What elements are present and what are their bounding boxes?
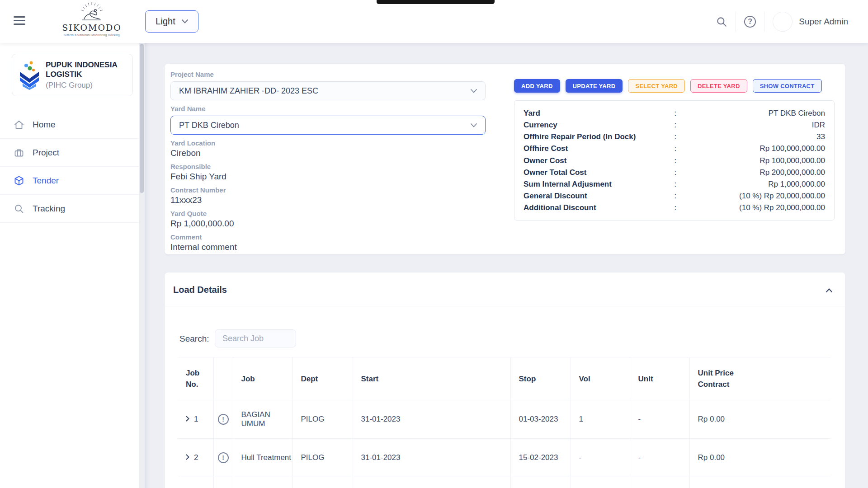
user-avatar[interactable] bbox=[773, 12, 793, 32]
yard-form-card: Project Name KM IBRAHIM ZAHIER -DD- 2023… bbox=[165, 64, 845, 254]
summary-label: Currency bbox=[524, 119, 675, 131]
sidebar-scrollbar[interactable] bbox=[139, 43, 145, 488]
summary-label: Owner Total Cost bbox=[524, 167, 675, 178]
sidebar-item-label: Home bbox=[33, 120, 56, 130]
jobs-table: Job No. Job Dept Start Stop Vol Unit Uni… bbox=[178, 357, 830, 488]
chevron-down-icon bbox=[471, 123, 477, 127]
table-row[interactable]: 2 ! Hull Treatment PILOG 31-01-2023 15-0… bbox=[178, 439, 830, 477]
menu-toggle-icon[interactable] bbox=[14, 16, 25, 26]
summary-value: PT DKB Cirebon bbox=[681, 108, 826, 119]
sidebar-item-label: Tracking bbox=[33, 204, 65, 214]
sidebar-item-tender[interactable]: Tender bbox=[0, 167, 139, 195]
alert-icon[interactable]: ! bbox=[218, 414, 229, 425]
sidebar-item-label: Tender bbox=[33, 176, 59, 186]
job-no-value: 2 bbox=[194, 453, 198, 462]
summary-value: Rp 200,000,000.00 bbox=[681, 167, 826, 178]
cell-unit: - bbox=[630, 400, 689, 439]
expand-row-icon[interactable] bbox=[186, 453, 189, 462]
chevron-down-icon bbox=[471, 89, 477, 93]
col-stop: Stop bbox=[510, 357, 571, 400]
chevron-up-icon[interactable] bbox=[825, 286, 834, 295]
project-name-select[interactable]: KM IBRAHIM ZAHIER -DD- 2023 ESC bbox=[170, 81, 486, 100]
show-contract-button[interactable]: SHOW CONTRACT bbox=[753, 79, 822, 93]
org-logo-icon bbox=[18, 60, 41, 90]
search-input[interactable] bbox=[215, 329, 296, 347]
cell-dept: PILOG bbox=[292, 400, 353, 439]
yard-quote-label: Yard Quote bbox=[170, 210, 486, 217]
search-icon[interactable] bbox=[716, 16, 727, 28]
col-dept: Dept bbox=[292, 357, 353, 400]
update-yard-button[interactable]: UPDATE YARD bbox=[566, 79, 623, 93]
user-name[interactable]: Super Admin bbox=[799, 17, 848, 27]
app-title: SIKOMODO bbox=[58, 23, 126, 33]
summary-value: Rp 100,000,000.00 bbox=[681, 155, 826, 166]
cell-unit-price: Rp 0.00 bbox=[689, 439, 830, 477]
responsible-label: Responsible bbox=[170, 163, 486, 170]
summary-row: Additional Discount : (10 %) Rp 20,000,0… bbox=[524, 202, 825, 213]
project-name-value: KM IBRAHIM ZAHIER -DD- 2023 ESC bbox=[179, 86, 471, 96]
summary-row: Owner Total Cost : Rp 200,000,000.00 bbox=[524, 167, 825, 178]
yard-name-select[interactable]: PT DKB Cirebon bbox=[170, 116, 486, 135]
main-content: Project Name KM IBRAHIM ZAHIER -DD- 2023… bbox=[145, 43, 868, 488]
chevron-down-icon bbox=[182, 19, 188, 23]
help-icon[interactable]: ? bbox=[744, 16, 756, 28]
delete-yard-button[interactable]: DELETE YARD bbox=[690, 79, 747, 93]
col-start: Start bbox=[353, 357, 510, 400]
app-logo: SIKOMODO Sistem Kolaborasi Monitoring Do… bbox=[58, 2, 126, 37]
cell-vol: 1 bbox=[571, 400, 630, 439]
sidebar-item-home[interactable]: Home bbox=[0, 111, 139, 139]
summary-row: Yard : PT DKB Cirebon bbox=[524, 108, 825, 119]
summary-value: (10 %) Rp 20,000,000.00 bbox=[681, 190, 826, 202]
cube-icon bbox=[14, 175, 24, 186]
col-job-no: Job No. bbox=[178, 357, 213, 400]
sidebar-item-project[interactable]: Project bbox=[0, 139, 139, 167]
section-divider bbox=[165, 306, 845, 306]
summary-row: Offhire Repair Period (In Dock) : 33 bbox=[524, 131, 825, 142]
cell-stop: 01-03-2023 bbox=[510, 400, 571, 439]
project-name-label: Project Name bbox=[170, 71, 486, 78]
top-overlay-artifact bbox=[377, 0, 495, 4]
alert-icon[interactable]: ! bbox=[218, 452, 229, 463]
sidebar-item-tracking[interactable]: Tracking bbox=[0, 195, 139, 223]
app-tagline: Sistem Kolaborasi Monitoring Docking bbox=[58, 33, 126, 37]
summary-row: Owner Cost : Rp 100,000,000.00 bbox=[524, 155, 825, 166]
expand-row-icon[interactable] bbox=[186, 415, 189, 424]
yard-summary-panel: Yard : PT DKB Cirebon Currency : IDR Off… bbox=[514, 100, 835, 221]
summary-row: General Discount : (10 %) Rp 20,000,000.… bbox=[524, 190, 825, 202]
col-vol: Vol bbox=[571, 357, 630, 400]
header-divider bbox=[736, 12, 736, 32]
theme-selector[interactable]: Light bbox=[145, 10, 198, 33]
cell-unit: - bbox=[630, 439, 689, 477]
summary-label: Owner Cost bbox=[524, 155, 675, 166]
cell-job: BAGIAN UMUM bbox=[233, 400, 292, 439]
contract-number-label: Contract Number bbox=[170, 187, 486, 194]
summary-label: Offhire Cost bbox=[524, 143, 675, 154]
col-job: Job bbox=[233, 357, 292, 400]
help-glyph: ? bbox=[748, 18, 752, 26]
table-row[interactable] bbox=[178, 477, 830, 488]
col-unit: Unit bbox=[630, 357, 689, 400]
org-card: PUPUK INDONESIA LOGISTIK (PIHC Group) bbox=[12, 54, 133, 96]
cell-start: 31-01-2023 bbox=[353, 400, 510, 439]
cell-start: 31-01-2023 bbox=[353, 439, 510, 477]
select-yard-button[interactable]: SELECT YARD bbox=[628, 79, 685, 93]
sidebar-nav: Home Project Tender Tracking bbox=[0, 111, 139, 223]
responsible-value: Febi Ship Yard bbox=[170, 172, 486, 182]
yard-location-label: Yard Location bbox=[170, 140, 486, 147]
cell-job: Hull Treatment bbox=[233, 439, 292, 477]
contract-number-value: 11xxx23 bbox=[170, 195, 486, 205]
sidebar-item-label: Project bbox=[33, 148, 59, 158]
summary-value: IDR bbox=[681, 119, 826, 131]
job-no-value: 1 bbox=[194, 415, 198, 423]
briefcase-icon bbox=[14, 147, 24, 158]
col-info bbox=[213, 357, 233, 400]
home-icon bbox=[14, 119, 24, 130]
load-details-title: Load Details bbox=[173, 285, 227, 295]
table-row[interactable]: 1 ! BAGIAN UMUM PILOG 31-01-2023 01-03-2… bbox=[178, 400, 830, 439]
yard-location-value: Cirebon bbox=[170, 148, 486, 158]
org-name: PUPUK INDONESIA LOGISTIK bbox=[46, 60, 125, 79]
col-unit-price-contract: Unit Price Contract bbox=[689, 357, 830, 400]
add-yard-button[interactable]: ADD YARD bbox=[514, 79, 560, 93]
magnifier-icon bbox=[14, 203, 24, 214]
yard-actions: ADD YARD UPDATE YARD SELECT YARD DELETE … bbox=[514, 79, 822, 93]
